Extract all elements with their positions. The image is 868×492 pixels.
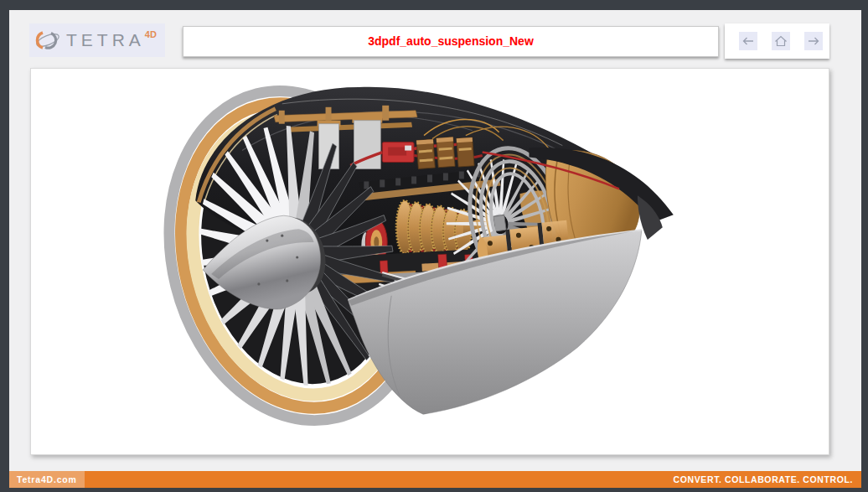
tetra4d-logo: TETRA4D (29, 23, 165, 57)
footer-tagline: CONVERT. COLLABORATE. CONTROL. (674, 474, 853, 484)
engine-3d-model-viewport[interactable] (30, 68, 829, 455)
forward-button[interactable] (804, 32, 823, 50)
footer-site-link[interactable]: Tetra4D.com (9, 471, 85, 488)
orbit-swirl-icon (34, 28, 61, 53)
pdf-page: TETRA4D 3dpdf_auto_suspension_New (9, 10, 861, 488)
logo-text: TETRA (66, 30, 145, 50)
document-title: 3dpdf_auto_suspension_New (368, 34, 534, 48)
application-window: TETRA4D 3dpdf_auto_suspension_New (0, 0, 868, 492)
logo-sup: 4D (145, 29, 157, 39)
arrow-right-icon (807, 35, 820, 47)
nav-panel (725, 23, 829, 59)
arrow-left-icon (741, 35, 755, 47)
document-title-bar: 3dpdf_auto_suspension_New (183, 26, 719, 57)
turbofan-engine-cutaway (31, 69, 829, 454)
home-icon (774, 35, 788, 48)
back-button[interactable] (739, 32, 757, 50)
footer-bar: Tetra4D.com CONVERT. COLLABORATE. CONTRO… (9, 471, 861, 488)
home-button[interactable] (772, 32, 790, 50)
